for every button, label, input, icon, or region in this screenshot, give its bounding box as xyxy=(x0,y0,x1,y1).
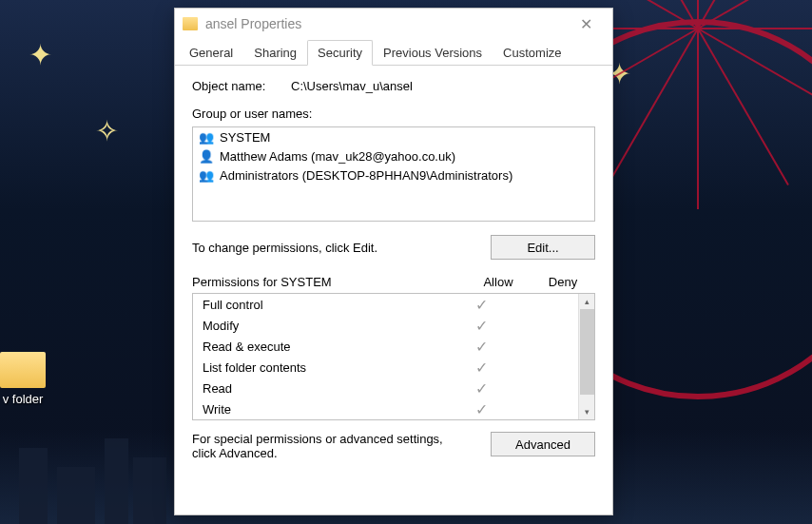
permission-name: Read & execute xyxy=(203,340,449,354)
allow-check-icon: ✓ xyxy=(449,379,513,398)
firework-icon: ✦ xyxy=(29,38,52,71)
desktop-folder-label: v folder xyxy=(0,392,46,406)
allow-column-header: Allow xyxy=(466,275,531,289)
allow-check-icon: ✓ xyxy=(449,296,513,314)
tab-sharing[interactable]: Sharing xyxy=(243,40,307,66)
deny-column-header: Deny xyxy=(531,275,595,289)
permission-row[interactable]: Read ✓ xyxy=(193,378,578,398)
scroll-up-icon[interactable]: ▴ xyxy=(579,294,594,309)
folder-icon xyxy=(183,17,198,30)
user-name: SYSTEM xyxy=(220,130,270,145)
permission-row[interactable]: Write ✓ xyxy=(193,398,578,419)
permission-name: Full control xyxy=(203,298,449,312)
dialog-content: Object name: C:\Users\mav_u\ansel Group … xyxy=(175,66,612,474)
list-item[interactable]: 👥 SYSTEM xyxy=(193,127,594,146)
permission-row[interactable]: List folder contents ✓ xyxy=(193,357,578,378)
tab-previous-versions[interactable]: Previous Versions xyxy=(373,40,493,66)
object-name-value: C:\Users\mav_u\ansel xyxy=(291,79,413,93)
permissions-listbox: Full control ✓ Modify ✓ Read & execute ✓… xyxy=(192,293,595,420)
allow-check-icon: ✓ xyxy=(449,338,513,356)
firework-icon: ✧ xyxy=(95,114,119,147)
group-names-label: Group or user names: xyxy=(192,107,595,121)
user-name: Matthew Adams (mav_uk28@yahoo.co.uk) xyxy=(220,149,455,164)
change-permissions-text: To change permissions, click Edit. xyxy=(192,241,377,255)
titlebar[interactable]: ansel Properties ✕ xyxy=(175,9,612,39)
window-title: ansel Properties xyxy=(205,16,567,31)
group-icon: 👥 xyxy=(199,129,214,145)
allow-check-icon: ✓ xyxy=(449,317,513,335)
permission-row[interactable]: Modify ✓ xyxy=(193,315,578,336)
tab-bar: General Sharing Security Previous Versio… xyxy=(175,39,612,66)
scroll-down-icon[interactable]: ▾ xyxy=(579,404,594,419)
permission-row[interactable]: Full control ✓ xyxy=(193,294,578,315)
properties-dialog: ansel Properties ✕ General Sharing Secur… xyxy=(174,8,613,515)
allow-check-icon: ✓ xyxy=(449,359,513,377)
permission-name: Write xyxy=(203,402,449,417)
user-icon: 👤 xyxy=(199,148,214,164)
scroll-thumb[interactable] xyxy=(580,309,594,395)
close-button[interactable]: ✕ xyxy=(567,10,605,37)
desktop-folder[interactable]: v folder xyxy=(0,352,46,406)
permission-name: Read xyxy=(203,381,449,396)
user-name: Administrators (DESKTOP-8PHHAN9\Administ… xyxy=(220,168,512,183)
group-icon: 👥 xyxy=(199,167,214,183)
users-listbox[interactable]: 👥 SYSTEM 👤 Matthew Adams (mav_uk28@yahoo… xyxy=(192,126,595,222)
folder-icon xyxy=(0,352,46,388)
list-item[interactable]: 👥 Administrators (DESKTOP-8PHHAN9\Admini… xyxy=(193,165,594,184)
list-item[interactable]: 👤 Matthew Adams (mav_uk28@yahoo.co.uk) xyxy=(193,146,594,165)
scrollbar[interactable]: ▴ ▾ xyxy=(578,294,594,419)
edit-button[interactable]: Edit... xyxy=(491,235,595,260)
tab-security[interactable]: Security xyxy=(307,40,373,66)
object-name-label: Object name: xyxy=(192,79,291,93)
permission-name: List folder contents xyxy=(203,360,449,375)
allow-check-icon: ✓ xyxy=(449,400,513,418)
advanced-settings-text: For special permissions or advanced sett… xyxy=(192,432,458,460)
permissions-for-label: Permissions for SYSTEM xyxy=(192,275,466,289)
tab-general[interactable]: General xyxy=(179,40,243,66)
advanced-button[interactable]: Advanced xyxy=(491,432,595,456)
permission-name: Modify xyxy=(203,319,449,333)
permission-row[interactable]: Read & execute ✓ xyxy=(193,336,578,357)
tab-customize[interactable]: Customize xyxy=(493,40,571,66)
